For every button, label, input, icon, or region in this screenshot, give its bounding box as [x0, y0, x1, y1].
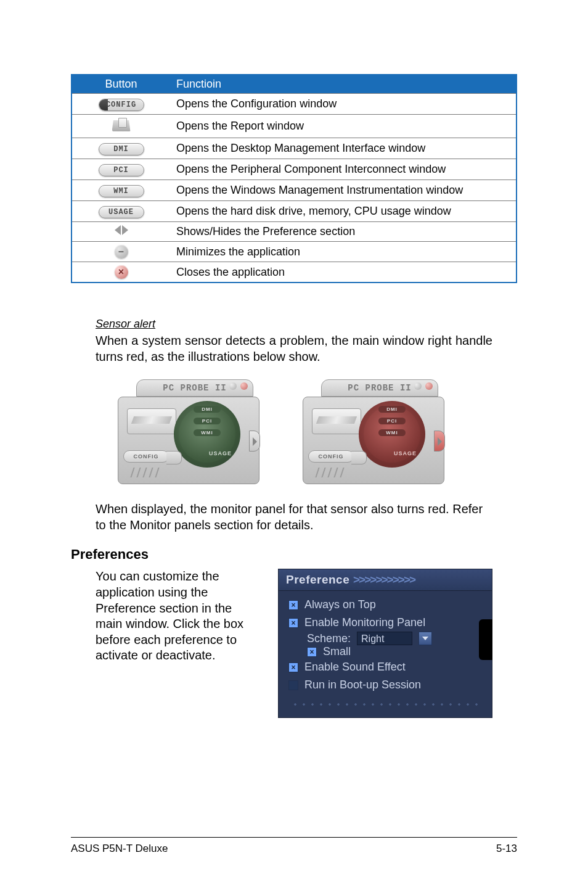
- sensor-alert-paragraph: When a system sensor detects a problem, …: [96, 333, 492, 365]
- label-small: Small: [323, 645, 351, 658]
- dots-decoration-icon: [288, 698, 482, 706]
- dmi-icon: DMI: [99, 143, 144, 155]
- preference-panel: Preference >>>>>>>>>>> Always on Top Ena…: [278, 569, 492, 718]
- sensor-fan-alert-icon: DMI PCI WMI: [359, 401, 425, 468]
- minimize-icon: [414, 382, 422, 390]
- row-desc: Opens the Configuration window: [170, 94, 517, 115]
- minimize-icon: –: [115, 245, 128, 258]
- row-desc: Opens the Windows Management Instrumenta…: [170, 180, 517, 201]
- scheme-select[interactable]: Right: [357, 632, 412, 645]
- dropdown-icon[interactable]: [419, 632, 432, 645]
- col-function: Functioin: [170, 75, 517, 94]
- pcprobe-widget-alert: PC PROBE II DMI PCI WMI USAGE CONFIG: [303, 379, 444, 484]
- usage-label: USAGE: [209, 450, 232, 456]
- checkbox-run-in-boot[interactable]: [288, 680, 298, 690]
- preferences-description: You can customize the application using …: [96, 569, 262, 664]
- checkbox-small[interactable]: [307, 647, 317, 657]
- button-function-table: Button Functioin CONFIG Opens the Config…: [71, 74, 517, 283]
- row-desc: Opens the Report window: [170, 115, 517, 138]
- table-row: PCI Opens the Peripheral Component Inter…: [71, 159, 517, 180]
- row-desc: Shows/Hides the Preference section: [170, 222, 517, 242]
- table-row: WMI Opens the Windows Management Instrum…: [71, 180, 517, 201]
- label-always-on-top: Always on Top: [304, 598, 376, 611]
- table-row: USAGE Opens the hard disk drive, memory,…: [71, 201, 517, 222]
- close-icon: [240, 382, 248, 390]
- footer-product: ASUS P5N-T Deluxe: [71, 843, 168, 855]
- label-enable-monitoring: Enable Monitoring Panel: [304, 616, 425, 629]
- report-icon: [112, 118, 131, 131]
- row-desc: Opens the Desktop Management Interface w…: [170, 138, 517, 159]
- sensor-followup-paragraph: When displayed, the monitor panel for th…: [96, 501, 492, 533]
- pci-icon: PCI: [99, 164, 144, 176]
- minimize-icon: [229, 382, 237, 390]
- checkbox-enable-sound[interactable]: [288, 662, 298, 672]
- asus-logo-icon: [312, 408, 361, 434]
- sensor-alert-heading: Sensor alert: [96, 318, 492, 331]
- table-row: CONFIG Opens the Configuration window: [71, 94, 517, 115]
- panel-notch-icon: [479, 619, 492, 660]
- config-icon: CONFIG: [99, 99, 144, 111]
- expand-handle-alert-icon: [434, 431, 445, 452]
- close-icon: ×: [115, 265, 128, 279]
- wmi-icon: WMI: [99, 185, 144, 197]
- usage-icon: USAGE: [99, 206, 144, 218]
- preference-panel-title: Preference >>>>>>>>>>>: [279, 569, 492, 591]
- col-button: Button: [71, 75, 170, 94]
- label-run-in-boot: Run in Boot-up Session: [304, 679, 421, 691]
- sensor-fan-icon: DMI PCI WMI: [174, 401, 240, 468]
- close-icon: [425, 382, 433, 390]
- label-enable-sound: Enable Sound Effect: [304, 661, 406, 674]
- usage-label: USAGE: [394, 450, 417, 456]
- checkbox-enable-monitoring[interactable]: [288, 618, 298, 628]
- config-tab-icon: CONFIG: [123, 450, 169, 463]
- toggle-icon: [115, 225, 128, 235]
- footer-page: 5-13: [496, 843, 517, 855]
- config-tab-icon: CONFIG: [308, 450, 354, 463]
- checkbox-always-on-top[interactable]: [288, 600, 298, 610]
- asus-logo-icon: [127, 408, 176, 434]
- table-row: DMI Opens the Desktop Management Interfa…: [71, 138, 517, 159]
- table-row: × Closes the application: [71, 262, 517, 283]
- row-desc: Opens the hard disk drive, memory, CPU u…: [170, 201, 517, 222]
- preferences-heading: Preferences: [71, 547, 492, 563]
- row-desc: Minimizes the application: [170, 242, 517, 262]
- expand-handle-icon: [249, 431, 260, 452]
- table-row: Shows/Hides the Preference section: [71, 222, 517, 242]
- chevrons-icon: >>>>>>>>>>>: [353, 573, 415, 586]
- label-scheme: Scheme:: [307, 632, 351, 645]
- table-row: Opens the Report window: [71, 115, 517, 138]
- row-desc: Closes the application: [170, 262, 517, 283]
- pcprobe-widget-normal: PC PROBE II DMI PCI WMI USAGE CONFIG: [118, 379, 259, 484]
- table-row: – Minimizes the application: [71, 242, 517, 262]
- row-desc: Opens the Peripheral Component Interconn…: [170, 159, 517, 180]
